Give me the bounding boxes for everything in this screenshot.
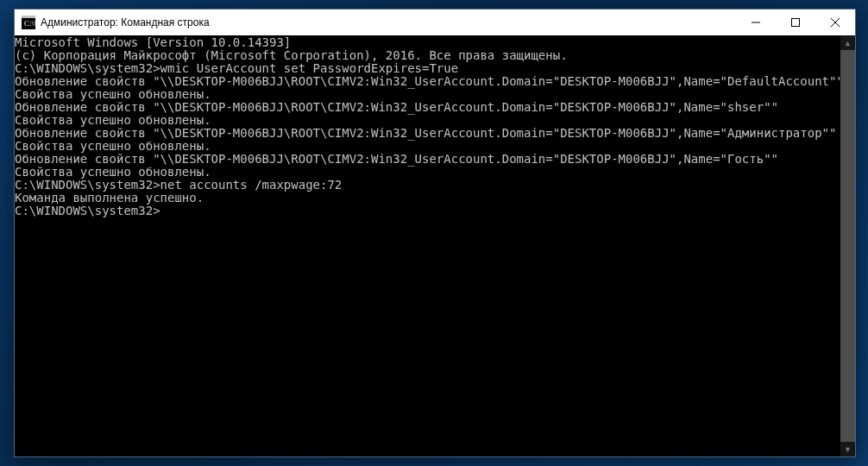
console-line: C:\WINDOWS\system32>net accounts /maxpwa… [15,179,840,192]
console-line: Свойства успешно обновлены. [15,88,840,101]
vertical-scrollbar[interactable]: ▲ ▼ [840,35,855,457]
svg-rect-1 [22,16,35,18]
console-line: (c) Корпорация Майкрософт (Microsoft Cor… [15,49,840,62]
window-titlebar[interactable]: C:\\ Администратор: Командная строка [15,9,855,35]
cmd-window: C:\\ Администратор: Командная строка [14,9,856,457]
console-client-area: Microsoft Windows [Version 10.0.14393](c… [15,35,855,457]
scrollbar-thumb[interactable] [840,50,855,442]
scroll-up-arrow[interactable]: ▲ [840,35,855,50]
minimize-button[interactable] [736,9,776,35]
scroll-down-arrow[interactable]: ▼ [840,442,855,457]
console-line: Microsoft Windows [Version 10.0.14393] [15,36,840,49]
console-line: Команда выполнена успешно. [15,192,840,205]
console-line: Свойства успешно обновлены. [15,140,840,153]
svg-rect-4 [792,19,800,27]
console-line: C:\WINDOWS\system32>wmic UserAccount set… [15,62,840,75]
maximize-button[interactable] [776,9,815,35]
svg-text:C:\\: C:\\ [24,19,35,28]
console-line: Обновление свойств "\\DESKTOP-M006BJJ\RO… [15,153,840,166]
scrollbar-track[interactable] [840,50,855,442]
close-button[interactable] [815,9,855,35]
console-line: Обновление свойств "\\DESKTOP-M006BJJ\RO… [15,101,840,114]
window-controls [736,9,855,35]
console-line: Обновление свойств "\\DESKTOP-M006BJJ\RO… [15,127,840,140]
console-line: Обновление свойств "\\DESKTOP-M006BJJ\RO… [15,75,840,88]
desktop-background: C:\\ Администратор: Командная строка [0,0,868,466]
console-line: Свойства успешно обновлены. [15,166,840,179]
console-line: Свойства успешно обновлены. [15,114,840,127]
console-output[interactable]: Microsoft Windows [Version 10.0.14393](c… [15,35,840,457]
cmd-icon: C:\\ [22,16,35,29]
window-title: Администратор: Командная строка [41,16,736,28]
console-line: C:\WINDOWS\system32> [15,205,840,217]
